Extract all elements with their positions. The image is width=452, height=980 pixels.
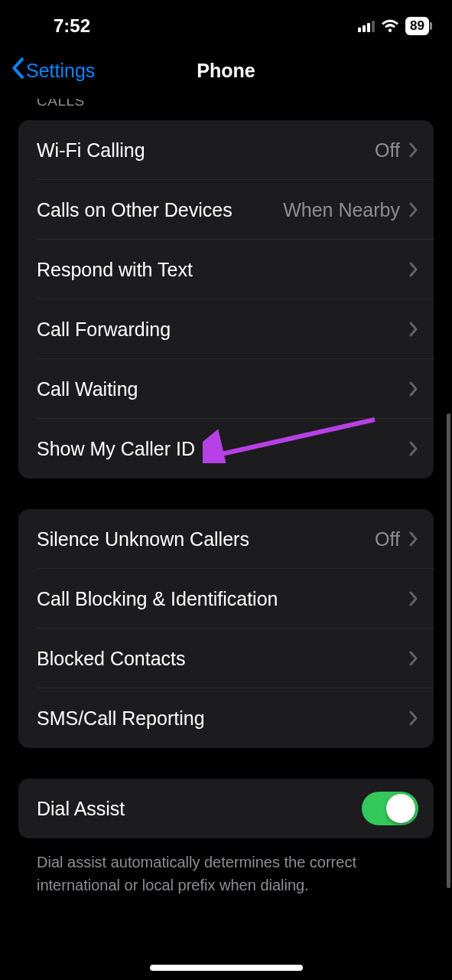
row-call-forwarding[interactable]: Call Forwarding [18,299,434,359]
section-header-calls: CALLS [0,99,452,114]
chevron-right-icon [409,262,418,277]
toggle-knob [386,794,415,823]
chevron-right-icon [409,591,418,606]
home-indicator[interactable] [150,965,303,971]
row-label: Respond with Text [37,259,409,281]
settings-content: CALLS Wi-Fi Calling Off Calls on Other D… [0,99,452,964]
row-label: Wi-Fi Calling [37,139,375,162]
wifi-icon [381,19,399,33]
status-icons: 89 [358,17,429,35]
settings-group-dial-assist: Dial Assist [18,779,434,838]
row-calls-other-devices[interactable]: Calls on Other Devices When Nearby [18,180,434,240]
row-wifi-calling[interactable]: Wi-Fi Calling Off [18,120,434,180]
row-label: Call Blocking & Identification [37,588,409,610]
row-label: Blocked Contacts [37,648,409,670]
row-show-my-caller-id[interactable]: Show My Caller ID [18,419,434,479]
chevron-right-icon [409,142,418,158]
row-value: Off [375,528,400,550]
row-dial-assist: Dial Assist [18,779,434,838]
row-label: SMS/Call Reporting [37,707,409,730]
chevron-right-icon [409,710,418,726]
cellular-signal-icon [358,20,375,32]
settings-group-calls: Wi-Fi Calling Off Calls on Other Devices… [18,120,434,479]
chevron-left-icon [11,57,24,83]
navigation-bar: Settings Phone [0,46,452,99]
chevron-right-icon [409,531,418,547]
dial-assist-description: Dial assist automatically determines the… [0,848,452,912]
row-label: Dial Assist [37,798,362,820]
chevron-right-icon [409,202,418,217]
status-time: 7:52 [54,15,90,37]
row-label: Calls on Other Devices [37,199,283,221]
row-blocked-contacts[interactable]: Blocked Contacts [18,629,434,688]
chevron-right-icon [409,651,418,666]
row-call-waiting[interactable]: Call Waiting [18,359,434,419]
row-sms-call-reporting[interactable]: SMS/Call Reporting [18,688,434,748]
row-respond-with-text[interactable]: Respond with Text [18,240,434,299]
page-title: Phone [197,60,255,82]
status-bar: 7:52 89 [0,0,452,46]
row-value: Off [375,139,400,162]
row-call-blocking-identification[interactable]: Call Blocking & Identification [18,569,434,629]
back-label: Settings [26,60,95,82]
battery-indicator: 89 [405,17,429,35]
chevron-right-icon [409,381,418,397]
chevron-right-icon [409,322,418,337]
row-label: Silence Unknown Callers [37,528,375,550]
settings-group-blocking: Silence Unknown Callers Off Call Blockin… [18,509,434,748]
row-label: Call Waiting [37,378,409,400]
row-silence-unknown[interactable]: Silence Unknown Callers Off [18,509,434,569]
scroll-bar[interactable] [447,413,450,888]
row-value: When Nearby [283,199,400,221]
back-button[interactable]: Settings [11,57,95,83]
chevron-right-icon [409,441,418,456]
row-label: Call Forwarding [37,318,409,341]
dial-assist-toggle[interactable] [362,792,418,825]
row-label: Show My Caller ID [37,438,409,460]
